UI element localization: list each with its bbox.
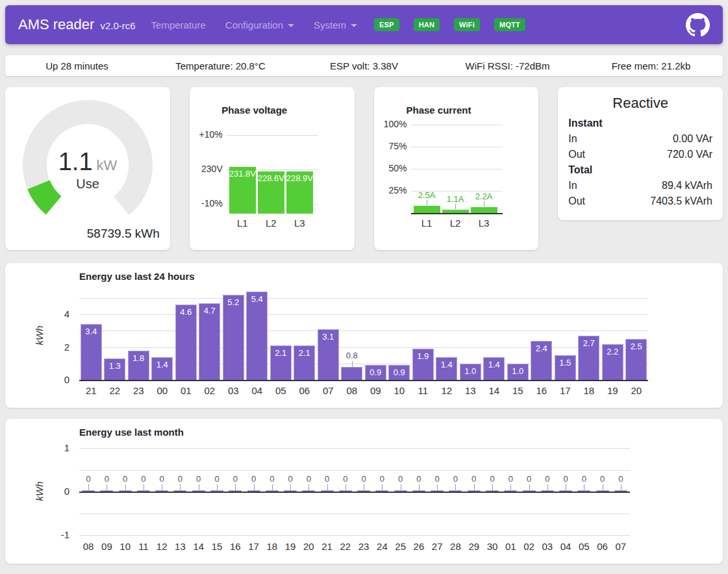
axis-tick-label: 4 (41, 308, 69, 319)
category-label: L3 (471, 218, 497, 229)
bar-value-label: 1.9 (412, 351, 434, 361)
phase-voltage-title: Phase voltage (190, 105, 320, 116)
status-item-1: Temperature: 20.8°C (149, 60, 292, 71)
bar-value-label: 0.9 (365, 368, 386, 377)
energy-month-chart-card: Energy use last month kWh 10-10080090100… (5, 419, 723, 564)
bar-value-label: 0.8 (339, 351, 365, 360)
bar-04 (246, 292, 268, 380)
bar-value-label: 2.2 (602, 347, 623, 356)
reactive-row-out: Out7403.5 kVArh (568, 193, 712, 209)
reactive-row-out: Out720.0 VAr (568, 147, 712, 162)
bar-L2 (442, 210, 469, 213)
axis-tick-label: 230V (194, 164, 223, 174)
label-tick (603, 484, 603, 490)
label-tick (364, 484, 364, 490)
label-tick (290, 484, 291, 490)
category-label: 21 (79, 385, 103, 396)
bar-17 (247, 490, 260, 492)
label-tick (352, 361, 353, 367)
bar-value-label: 1.8 (128, 353, 149, 363)
bar-value-label: 2.5 (625, 342, 647, 351)
bar-27 (431, 490, 444, 492)
bar-value-label: 5.2 (223, 297, 244, 307)
bar-02 (523, 490, 536, 492)
nav-link-configuration[interactable]: Configuration (225, 19, 294, 31)
bar-18 (266, 490, 279, 492)
nav-link-system[interactable]: System (314, 19, 357, 31)
gridline (79, 470, 630, 471)
navbar: AMS reader v2.0-rc6 TemperatureConfigura… (5, 5, 723, 44)
cards-row: 1.1kW Use 58739.5 kWh Phase voltage +10%… (5, 87, 723, 250)
category-label: 07 (609, 541, 633, 552)
status-item-3: WiFi RSSI: -72dBm (436, 60, 579, 71)
label-tick (455, 484, 456, 490)
total-energy-counter: 58739.5 kWh (87, 227, 160, 241)
category-label: L1 (229, 218, 256, 229)
bar-value-label: 2.7 (578, 338, 599, 348)
category-label: 01 (174, 385, 197, 396)
label-tick (427, 200, 427, 205)
category-label: 10 (388, 385, 411, 396)
bar-value-label: 1.4 (436, 360, 457, 369)
energy-day-title: Energy use last 24 hours (79, 271, 195, 282)
category-label: 12 (435, 385, 458, 396)
category-label: L1 (414, 218, 440, 229)
energy-month-title: Energy use last month (79, 427, 184, 438)
label-tick (437, 484, 438, 490)
nav-link-label: System (314, 19, 346, 31)
category-label: 15 (506, 385, 529, 396)
category-label: 22 (103, 385, 127, 396)
gauge-card: 1.1kW Use 58739.5 kWh (5, 87, 170, 250)
category-label: 13 (458, 385, 482, 396)
category-label: 07 (316, 385, 340, 396)
badge-han: HAN (414, 18, 440, 31)
axis-tick-label: 50% (378, 163, 407, 173)
reactive-section-heading: Instant (568, 116, 712, 131)
bar-24 (375, 490, 388, 492)
bar-16 (229, 490, 242, 492)
gauge-value: 1.1 (58, 148, 93, 175)
status-bar: Up 28 minutesTemperature: 20.8°CESP volt… (5, 55, 723, 76)
reactive-body: InstantIn0.00 VArOut720.0 VArTotalIn89.4… (568, 116, 712, 209)
gridline (79, 535, 630, 536)
bar-19 (284, 490, 297, 492)
gridline (79, 314, 648, 315)
bar-value-label: 231.8V (229, 169, 256, 179)
label-tick (125, 484, 126, 490)
axis-tick-label: 100% (378, 119, 407, 129)
gridline (411, 169, 503, 169)
label-tick (254, 484, 255, 490)
category-label: 18 (577, 385, 601, 396)
label-tick (419, 484, 420, 490)
nav-link-label: Configuration (225, 19, 283, 31)
bar-value-label: 2.4 (531, 343, 552, 353)
x-axis-line (79, 492, 630, 493)
bar-26 (412, 490, 425, 492)
reactive-section-heading: Total (568, 162, 712, 178)
label-tick (88, 484, 89, 490)
github-icon[interactable] (686, 13, 710, 37)
label-tick (510, 484, 511, 490)
bar-29 (468, 490, 481, 492)
label-tick (272, 484, 273, 490)
reactive-row-in: In89.4 kVArh (568, 178, 712, 193)
brand[interactable]: AMS reader v2.0-rc6 (18, 16, 136, 33)
bar-value-label: 1.5 (555, 358, 576, 368)
bar-value-label: 1.3 (104, 361, 125, 371)
category-label: 23 (127, 385, 150, 396)
gridline (227, 135, 318, 136)
bar-25 (394, 490, 407, 492)
label-tick (162, 484, 162, 490)
reactive-title: Reactive (558, 95, 723, 112)
gridline (79, 298, 648, 299)
bar-07 (614, 490, 627, 492)
label-tick (144, 484, 144, 490)
nav-link-temperature[interactable]: Temperature (151, 19, 206, 31)
gauge-unit: kW (97, 157, 118, 173)
bar-11 (137, 490, 150, 492)
reactive-row-in: In0.00 VAr (568, 131, 712, 147)
chevron-down-icon (351, 24, 357, 27)
bar-value-label: 3.4 (81, 327, 102, 336)
chevron-down-icon (288, 24, 294, 27)
axis-tick-label: 25% (378, 185, 407, 195)
